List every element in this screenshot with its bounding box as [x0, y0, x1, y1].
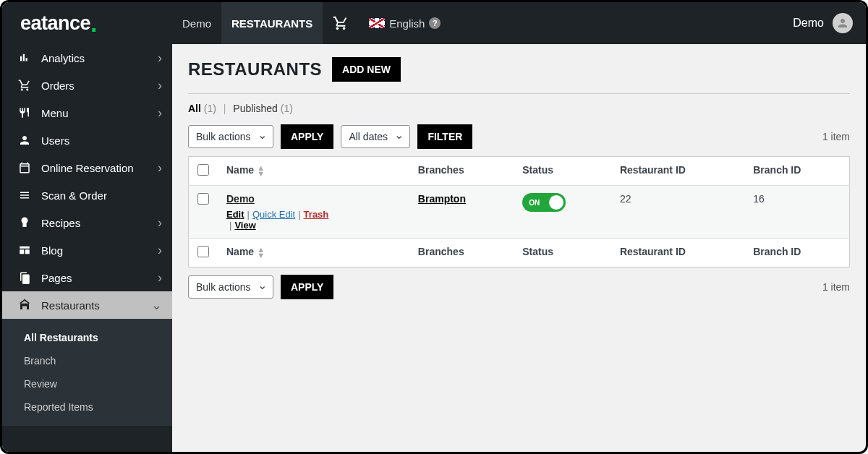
sidebar-item-blog[interactable]: Blog›	[2, 236, 172, 264]
sidebar-item-recipes[interactable]: Recipes›	[2, 209, 172, 236]
recipes-icon	[17, 216, 33, 229]
chevron-right-icon: ›	[158, 270, 162, 286]
col-branch-id: Branch ID	[744, 157, 849, 186]
cart-icon	[17, 79, 33, 92]
restaurants-table: Name▲▼ Branches Status Restaurant ID Bra…	[188, 156, 850, 267]
chevron-right-icon: ›	[158, 78, 162, 93]
avatar[interactable]	[833, 13, 853, 33]
top-nav-cart[interactable]	[323, 2, 359, 44]
toggle-label: ON	[529, 199, 540, 207]
col-restaurant-id: Restaurant ID	[611, 157, 744, 186]
top-nav-restaurants[interactable]: RESTAURANTS	[221, 2, 323, 44]
col-status: Status	[514, 157, 611, 186]
filter-published-count: (1)	[281, 103, 293, 114]
submenu-restaurants: All Restaurants Branch Review Reported I…	[2, 319, 172, 426]
blog-icon	[17, 244, 33, 257]
top-nav-demo[interactable]: Demo	[172, 2, 221, 44]
item-count-bottom: 1 item	[822, 281, 850, 293]
sort-icon: ▲▼	[257, 165, 265, 176]
cart-icon	[333, 15, 349, 31]
col-branches-foot: Branches	[409, 239, 514, 267]
branch-link[interactable]: Brampton	[418, 193, 466, 205]
action-quick-edit[interactable]: Quick Edit	[252, 209, 295, 220]
submenu-reported-items[interactable]: Reported Items	[2, 395, 172, 419]
row-checkbox[interactable]	[197, 193, 209, 205]
sort-icon: ▲▼	[257, 247, 265, 258]
avatar-icon	[836, 17, 849, 30]
sidebar-item-analytics[interactable]: Analytics›	[2, 44, 172, 72]
user-name[interactable]: Demo	[793, 17, 824, 30]
analytics-icon	[17, 51, 33, 64]
scan-icon	[17, 189, 33, 202]
submenu-review[interactable]: Review	[2, 372, 172, 395]
filter-all-count: (1)	[204, 103, 216, 114]
chevron-right-icon: ›	[158, 215, 162, 231]
filter-links: All (1) | Published (1)	[188, 94, 850, 124]
submenu-all-restaurants[interactable]: All Restaurants	[2, 326, 172, 349]
pages-icon	[17, 271, 33, 284]
sidebar-item-menu[interactable]: Menu›	[2, 99, 172, 127]
col-restaurant-id-foot: Restaurant ID	[611, 239, 744, 267]
select-all-checkbox-top[interactable]	[197, 164, 209, 176]
add-new-button[interactable]: ADD NEW	[332, 57, 401, 82]
top-nav-language[interactable]: English ?	[359, 2, 451, 44]
all-dates-select[interactable]: All dates	[341, 125, 410, 148]
calendar-icon	[17, 161, 33, 174]
sidebar-item-scan-order[interactable]: Scan & Order	[2, 181, 172, 209]
chevron-right-icon: ›	[158, 51, 162, 66]
action-view[interactable]: View	[234, 220, 255, 231]
bulk-actions-select-bottom[interactable]: Bulk actions	[188, 275, 273, 299]
store-icon	[17, 299, 33, 312]
apply-button-bottom[interactable]: APPLY	[281, 275, 333, 299]
col-name-foot[interactable]: Name▲▼	[218, 239, 409, 267]
chevron-right-icon: ›	[158, 243, 162, 258]
select-all-checkbox-bottom[interactable]	[197, 246, 209, 257]
chevron-down-icon: ⌄	[151, 297, 162, 313]
item-count-top: 1 item	[822, 131, 850, 142]
chevron-right-icon: ›	[158, 160, 162, 176]
cell-branch-id: 16	[744, 186, 849, 239]
col-status-foot: Status	[514, 239, 611, 267]
user-icon	[17, 134, 33, 147]
table-row: Demo Edit|Quick Edit|Trash|View Brampton…	[189, 186, 850, 239]
toggle-knob	[549, 195, 563, 210]
action-trash[interactable]: Trash	[304, 209, 329, 220]
filter-button[interactable]: FILTER	[417, 124, 472, 149]
logo[interactable]: eatance.	[2, 2, 172, 44]
help-icon: ?	[429, 17, 441, 29]
sidebar-item-pages[interactable]: Pages›	[2, 264, 172, 291]
col-branches: Branches	[409, 157, 514, 186]
submenu-branch[interactable]: Branch	[2, 349, 172, 372]
sidebar: Analytics› Orders› Menu› Users Online Re…	[2, 44, 172, 452]
apply-button-top[interactable]: APPLY	[281, 124, 333, 149]
row-title[interactable]: Demo	[226, 193, 255, 205]
bulk-actions-select[interactable]: Bulk actions	[188, 125, 273, 148]
sidebar-item-orders[interactable]: Orders›	[2, 72, 172, 99]
filter-all[interactable]: All	[188, 103, 201, 114]
flag-uk-icon	[369, 18, 385, 28]
cell-restaurant-id: 22	[611, 186, 744, 239]
col-name[interactable]: Name▲▼	[218, 157, 409, 186]
status-toggle[interactable]: ON	[522, 193, 566, 212]
col-branch-id-foot: Branch ID	[744, 239, 849, 267]
sidebar-item-users[interactable]: Users	[2, 127, 172, 154]
chevron-right-icon: ›	[158, 106, 162, 121]
menu-icon	[17, 106, 33, 119]
sidebar-item-online-reservation[interactable]: Online Reservation›	[2, 154, 172, 181]
filter-published[interactable]: Published	[233, 103, 278, 114]
page-title: RESTAURANTS	[188, 59, 322, 80]
action-edit[interactable]: Edit	[226, 209, 244, 220]
sidebar-item-restaurants[interactable]: Restaurants⌄	[2, 291, 172, 319]
